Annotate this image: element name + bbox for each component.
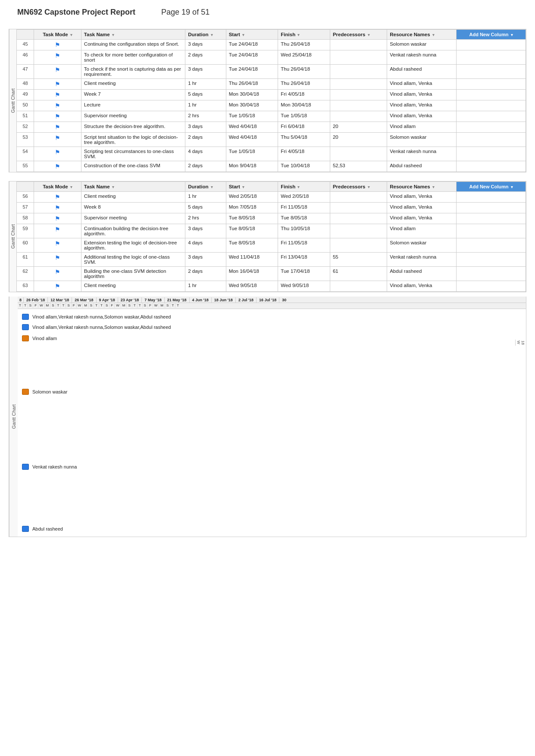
addnew-filter-arrow[interactable]: ▾ xyxy=(511,33,513,37)
task-mode-cell-49[interactable]: ⚑ xyxy=(34,90,81,100)
task-mode-cell-47[interactable]: ⚑ xyxy=(34,65,81,79)
gantt-day-T2: T xyxy=(23,303,28,308)
resource2-cell-60: Solomon waskar xyxy=(387,238,457,253)
pred-cell-52: 20 xyxy=(330,122,387,133)
col2-start-arrow[interactable]: ▾ xyxy=(242,185,244,189)
start2-cell-57: Mon 7/05/18 xyxy=(226,203,278,213)
task-mode-cell-45[interactable]: ⚑ xyxy=(34,40,81,50)
gantt-bar-label-solomon: Solomon waskar xyxy=(32,389,67,394)
task-mode-icon-49: ⚑ xyxy=(55,91,60,98)
row2-num-56: 56 xyxy=(17,192,34,203)
col2-pred-arrow[interactable]: ▾ xyxy=(368,185,370,189)
start-cell-54: Tue 1/05/18 xyxy=(226,147,278,161)
col-header-task-name[interactable]: Task Name ▾ xyxy=(81,30,185,40)
start2-cell-62: Mon 16/04/18 xyxy=(226,267,278,281)
gantt-date-may21: 21 May '18 xyxy=(165,297,190,303)
row-num-48: 48 xyxy=(17,79,34,90)
pred-filter-arrow[interactable]: ▾ xyxy=(368,33,370,37)
task2-mode-cell-62[interactable]: ⚑ xyxy=(34,267,81,281)
col2-header-finish[interactable]: Finish ▾ xyxy=(278,182,330,192)
task2-mode-cell-60[interactable]: ⚑ xyxy=(34,238,81,253)
col2-header-task-mode[interactable]: Task Mode ▾ xyxy=(34,182,81,192)
pred-cell-55: 52,53 xyxy=(330,161,387,172)
gantt-day-S2: S xyxy=(50,303,56,308)
task-name-cell-51: Supervisor meeting xyxy=(81,111,185,122)
gantt-date-apr23: 23 Apr '18 xyxy=(118,297,142,303)
col-header-resource-names[interactable]: Resource Names ▾ xyxy=(387,30,457,40)
row2-num-58: 58 xyxy=(17,213,34,224)
task-mode-filter-arrow[interactable]: ▾ xyxy=(70,33,72,37)
col-header-start[interactable]: Start ▾ xyxy=(226,30,278,40)
col-header-add-new[interactable]: Add New Column ▾ xyxy=(457,30,526,40)
table-row: 52 ⚑ Structure the decision-tree algorit… xyxy=(17,122,526,133)
col-header-task-mode[interactable]: Task Mode ▾ xyxy=(34,30,81,40)
col2-addnew-arrow[interactable]: ▾ xyxy=(511,185,513,189)
start2-cell-61: Wed 11/04/18 xyxy=(226,253,278,267)
gantt-chart-label-1: Gantt Chart xyxy=(9,29,16,172)
table-row: 58 ⚑ Supervisor meeting 2 hrs Tue 8/05/1… xyxy=(17,213,526,224)
task2-mode-cell-57[interactable]: ⚑ xyxy=(34,203,81,213)
col-header-duration[interactable]: Duration ▾ xyxy=(185,30,226,40)
task-mode-cell-50[interactable]: ⚑ xyxy=(34,100,81,111)
finish-cell-45: Thu 26/04/18 xyxy=(278,40,330,50)
task-name-filter-arrow[interactable]: ▾ xyxy=(112,33,114,37)
addnew2-cell-61 xyxy=(457,253,526,267)
gantt-day-F1: F xyxy=(33,303,38,308)
finish2-cell-58: Tue 8/05/18 xyxy=(278,213,330,224)
col2-resource-arrow[interactable]: ▾ xyxy=(432,185,435,189)
addnew-cell-48 xyxy=(457,79,526,90)
gantt-side-label: Gantt Chart xyxy=(9,297,18,537)
task-mode-cell-51[interactable]: ⚑ xyxy=(34,111,81,122)
gantt-date-feb: 26 Feb '18 xyxy=(24,297,48,303)
gantt-day-W1: W xyxy=(38,303,45,308)
col2-duration-arrow[interactable]: ▾ xyxy=(211,185,213,189)
resource-filter-arrow[interactable]: ▾ xyxy=(432,33,435,37)
page-number: Page 19 of 51 xyxy=(161,8,210,17)
page-header: MN692 Capstone Project Report Page 19 of… xyxy=(0,0,535,21)
task-name-cell-45: Continuing the configuration steps of Sn… xyxy=(81,40,185,50)
row-num-52: 52 xyxy=(17,122,34,133)
gantt-bar-icon-2 xyxy=(22,324,29,330)
row-num-50: 50 xyxy=(17,100,34,111)
table-row: 50 ⚑ Lecture 1 hr Mon 30/04/18 Mon 30/04… xyxy=(17,100,526,111)
gantt-day-T9: T xyxy=(170,303,175,308)
resource-cell-46: Venkat rakesh nunna xyxy=(387,50,457,65)
task-mode-cell-54[interactable]: ⚑ xyxy=(34,147,81,161)
task-mode-icon-55: ⚑ xyxy=(55,163,60,170)
col-header-finish[interactable]: Finish ▾ xyxy=(278,30,330,40)
col2-header-resource-names[interactable]: Resource Names ▾ xyxy=(387,182,457,192)
gantt-day-T4: T xyxy=(61,303,66,308)
col2-header-add-new[interactable]: Add New Column ▾ xyxy=(457,182,526,192)
task2-mode-cell-61[interactable]: ⚑ xyxy=(34,253,81,267)
task2-mode-icon-58: ⚑ xyxy=(55,215,60,222)
task-mode-cell-52[interactable]: ⚑ xyxy=(34,122,81,133)
section-2-table: Gantt Chart Task Mode ▾ Task Name ▾ xyxy=(9,181,526,292)
task-mode-cell-55[interactable]: ⚑ xyxy=(34,161,81,172)
resource2-cell-56: Vinod allam, Venka xyxy=(387,192,457,203)
task2-mode-cell-63[interactable]: ⚑ xyxy=(34,281,81,292)
pred2-cell-57 xyxy=(330,203,387,213)
col2-finish-arrow[interactable]: ▾ xyxy=(297,185,300,189)
col2-header-duration[interactable]: Duration ▾ xyxy=(185,182,226,192)
start-filter-arrow[interactable]: ▾ xyxy=(242,33,244,37)
task-mode-cell-46[interactable]: ⚑ xyxy=(34,50,81,65)
finish-filter-arrow[interactable]: ▾ xyxy=(297,33,300,37)
task-mode-cell-53[interactable]: ⚑ xyxy=(34,133,81,147)
resource2-cell-61: Venkat rakesh nunna xyxy=(387,253,457,267)
col2-header-start[interactable]: Start ▾ xyxy=(226,182,278,192)
addnew2-cell-58 xyxy=(457,213,526,224)
col2-task-name-arrow[interactable]: ▾ xyxy=(112,185,114,189)
task2-mode-cell-56[interactable]: ⚑ xyxy=(34,192,81,203)
task2-mode-cell-58[interactable]: ⚑ xyxy=(34,213,81,224)
task2-mode-cell-59[interactable]: ⚑ xyxy=(34,224,81,238)
col2-task-mode-arrow[interactable]: ▾ xyxy=(70,185,72,189)
gantt-bar-row-abdul: Abdul rasheed xyxy=(18,524,526,534)
task-mode-cell-48[interactable]: ⚑ xyxy=(34,79,81,90)
finish-cell-49: Fri 4/05/18 xyxy=(278,90,330,100)
duration-filter-arrow[interactable]: ▾ xyxy=(211,33,213,37)
resource-cell-49: Vinod allam, Venka xyxy=(387,90,457,100)
col-header-predecessors[interactable]: Predecessors ▾ xyxy=(330,30,387,40)
gantt-month-row: 8 26 Feb '18 12 Mar '18 26 Mar '18 9 Apr… xyxy=(18,297,526,303)
col2-header-task-name[interactable]: Task Name ▾ xyxy=(81,182,185,192)
col2-header-predecessors[interactable]: Predecessors ▾ xyxy=(330,182,387,192)
